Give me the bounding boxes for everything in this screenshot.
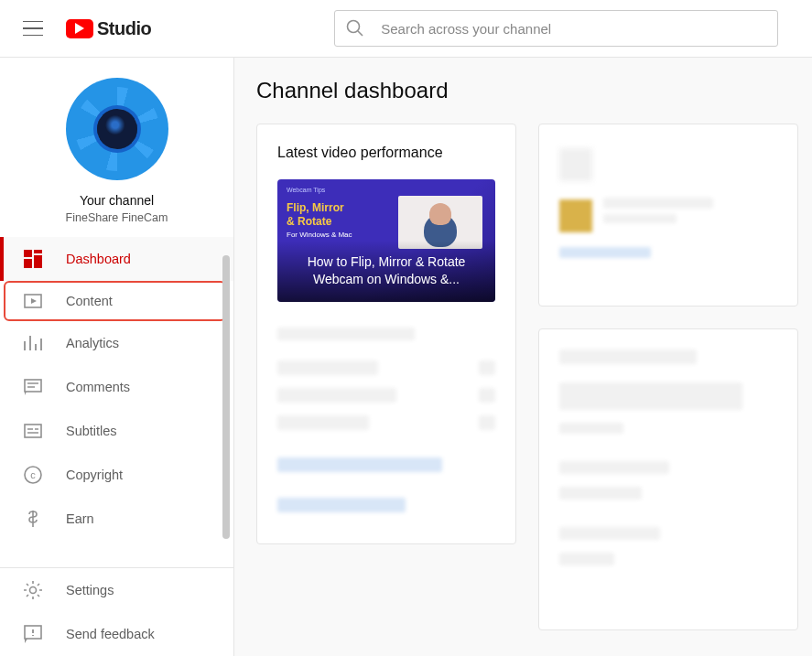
- overlay-line1: How to Flip, Mirror & Rotate: [294, 253, 479, 272]
- sidebar-item-label: Earn: [66, 511, 94, 526]
- svg-rect-4: [24, 259, 32, 268]
- sidebar-item-settings[interactable]: Settings: [0, 568, 233, 612]
- sidebar-item-feedback[interactable]: Send feedback: [0, 612, 233, 656]
- placeholder-stats: [277, 328, 495, 512]
- channel-block[interactable]: Your channel FineShare FineCam: [0, 58, 233, 237]
- analytics-icon: [22, 332, 44, 354]
- sidebar-item-content[interactable]: Content: [4, 281, 226, 321]
- sidebar-item-analytics[interactable]: Analytics: [0, 321, 233, 365]
- svg-rect-6: [25, 380, 41, 392]
- sidebar-item-label: Settings: [66, 583, 114, 597]
- menu-icon: [23, 21, 43, 36]
- sidebar-item-label: Subtitles: [66, 424, 117, 438]
- sidebar-item-label: Analytics: [66, 336, 119, 350]
- comments-icon: [22, 376, 44, 398]
- video-thumbnail[interactable]: Webcam Tips Flip, Mirror & Rotate For Wi…: [277, 179, 495, 302]
- sidebar-item-label: Copyright: [66, 468, 123, 482]
- youtube-play-icon: [66, 19, 93, 38]
- svg-rect-2: [34, 250, 42, 253]
- thumb-line4: For Windows & Mac: [287, 231, 352, 240]
- search-box[interactable]: [334, 10, 778, 47]
- sidebar-item-label: Comments: [66, 380, 130, 394]
- subtitles-icon: [22, 420, 44, 442]
- svg-text:c: c: [30, 469, 36, 480]
- dashboard-icon: [22, 248, 44, 270]
- sidebar-item-label: Content: [66, 294, 113, 308]
- thumb-line1: Flip, Mirror: [287, 201, 352, 215]
- svg-point-0: [348, 21, 360, 33]
- logo-text: Studio: [97, 18, 151, 39]
- your-channel-label: Your channel: [0, 193, 233, 208]
- sidebar-item-copyright[interactable]: c Copyright: [0, 453, 233, 497]
- card-title: Latest video performance: [277, 145, 495, 161]
- video-title-overlay: How to Flip, Mirror & Rotate Webcam on W…: [277, 241, 495, 302]
- svg-rect-7: [25, 425, 41, 437]
- thumb-line2: & Rotate: [287, 215, 352, 229]
- search-input[interactable]: [381, 21, 766, 37]
- svg-rect-1: [24, 250, 32, 257]
- sidebar-scroll-thumb[interactable]: [222, 255, 230, 539]
- earn-icon: [22, 508, 44, 530]
- channel-avatar: [66, 78, 168, 180]
- settings-icon: [22, 579, 44, 601]
- search-icon: [346, 19, 364, 38]
- copyright-icon: c: [22, 464, 44, 486]
- sidebar-item-comments[interactable]: Comments: [0, 365, 233, 409]
- menu-button[interactable]: [15, 10, 51, 47]
- studio-logo[interactable]: Studio: [66, 18, 151, 39]
- sidebar: Your channel FineShare FineCam Dashboard…: [0, 58, 234, 656]
- channel-name: FineShare FineCam: [0, 211, 233, 224]
- sidebar-item-subtitles[interactable]: Subtitles: [0, 409, 233, 453]
- main-content: Channel dashboard Latest video performan…: [234, 58, 812, 656]
- top-bar: Studio: [0, 0, 812, 58]
- content-icon: [22, 290, 44, 312]
- feedback-icon: [22, 623, 44, 645]
- page-title: Channel dashboard: [256, 78, 790, 103]
- side-card-1: [538, 124, 798, 306]
- svg-rect-3: [34, 255, 42, 268]
- sidebar-item-label: Send feedback: [66, 627, 155, 641]
- thumb-tag: Webcam Tips: [287, 187, 325, 193]
- sidebar-item-earn[interactable]: Earn: [0, 497, 233, 541]
- latest-video-card: Latest video performance Webcam Tips Fli…: [256, 124, 516, 544]
- sidebar-item-dashboard[interactable]: Dashboard: [0, 237, 233, 281]
- overlay-line2: Webcam on Windows &...: [294, 271, 479, 289]
- sidebar-item-label: Dashboard: [66, 252, 131, 266]
- side-card-2: [538, 328, 798, 630]
- svg-point-10: [30, 587, 37, 594]
